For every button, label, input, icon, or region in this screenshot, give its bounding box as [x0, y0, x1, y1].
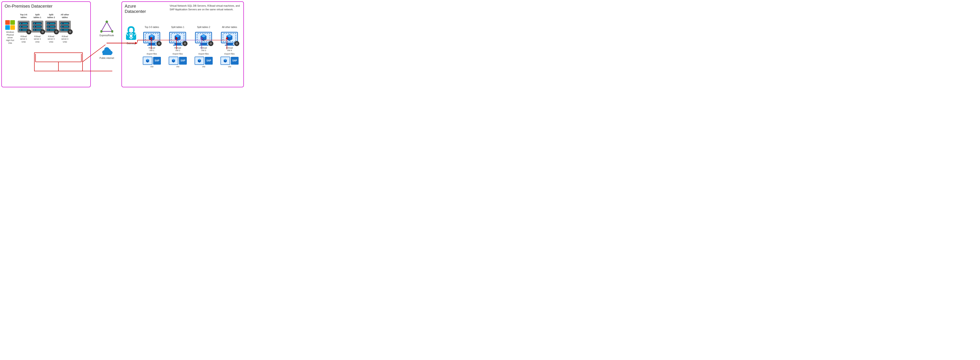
sap-badge-1: SAP [153, 57, 161, 65]
disk-icon-4 [234, 41, 239, 46]
vhd-label-1: VHD [21, 41, 25, 43]
public-internet-label: Public internet [99, 57, 114, 59]
export-label-1: Export files [147, 53, 157, 55]
vm-group-4: All other tables [218, 25, 242, 68]
svg-point-8 [104, 47, 109, 52]
server-label-2: Splittables 1 [33, 13, 41, 20]
sap-vm-4: SAP [221, 57, 239, 65]
svg-rect-7 [103, 52, 111, 55]
sap-badge-4: SAP [231, 57, 239, 65]
export-label-3: Export files [199, 53, 209, 55]
vm-group-1: Top 3-5 tables [140, 25, 164, 68]
r3load-vm-2: R3loadVM 2 [174, 47, 181, 52]
vm-label-2: VM [176, 65, 180, 68]
r3load-vm-1: R3loadVM 1 [148, 47, 155, 52]
svg-point-2 [111, 30, 113, 33]
gateway-label: Gateway [127, 42, 135, 45]
server-item-2: Splittables 1 [31, 13, 43, 43]
onprem-panel: On-Premises Datacenter WindowsPhysicalse… [2, 2, 91, 87]
monitor-3 [195, 32, 212, 46]
sap-vm-3: SAP [194, 57, 213, 65]
r3load-vm-3: R3loadVM 3 [200, 47, 207, 52]
azure-note: Virtual Network SQL DB Servers, R3load v… [170, 4, 241, 11]
export-label-2: Export files [173, 53, 183, 55]
gateway-section: Gateway [124, 25, 138, 45]
export-label-4: Export files [224, 53, 235, 55]
disk-icon-2 [183, 41, 188, 46]
vm-group-title-4: All other tables [222, 25, 237, 31]
gateway-icon [125, 25, 137, 41]
monitor-1 [143, 32, 161, 46]
vm-group-3: Split tables 2 [192, 25, 216, 68]
server-item-1: Top 3-5tables [18, 13, 30, 43]
disk-icon-1 [156, 41, 162, 46]
cloud-icon [100, 46, 113, 56]
sap-vm-2: SAP [169, 57, 187, 65]
vm-label-4: VM [228, 65, 231, 68]
sap-badge-3: SAP [205, 57, 213, 65]
svg-marker-0 [101, 22, 112, 31]
sap-vm-1: SAP [143, 57, 161, 65]
r3load-server-label-1: R3loadserver 1 [20, 35, 27, 40]
server-label-3: Splittables 2 [47, 13, 55, 20]
vhd-label-2: VHD [35, 41, 40, 43]
server-label-1: Top 3-5tables [20, 13, 27, 20]
vm-group-title-2: Split tables 1 [171, 25, 184, 31]
vhd-disk-4 [68, 29, 73, 34]
expressroute-icon [100, 21, 113, 33]
r3load-server-label-2: R3loadserver 2 [34, 35, 41, 40]
svg-rect-11 [130, 36, 132, 38]
vm-group-title-3: Split tables 2 [197, 25, 210, 31]
vhd-disk-1 [26, 29, 32, 34]
vm-group-2: Split tables 1 [166, 25, 190, 68]
expressroute: ExpressRoute [100, 21, 114, 37]
server-item-4: All othertables [59, 13, 71, 43]
vhd-label-4: VHD [62, 41, 67, 43]
monitor-2 [169, 32, 186, 46]
server-item-3: Splittables 2 [45, 13, 57, 43]
azure-panel: AzureDatacenter Virtual Network SQL DB S… [121, 2, 244, 87]
expressroute-label: ExpressRoute [100, 34, 114, 37]
r3load-server-label-3: R3loadserver 3 [48, 35, 55, 40]
monitor-4 [221, 32, 239, 46]
vhd-disk-3 [54, 29, 59, 34]
disk-icon-3 [208, 41, 213, 46]
onprem-title: On-Premises Datacenter [2, 2, 90, 9]
svg-point-1 [106, 21, 108, 23]
r3load-server-label-4: R3loadserver 4 [61, 35, 68, 40]
vm-label-1: VM [150, 65, 154, 68]
vhd-label-3: VHD [49, 41, 53, 43]
windows-logo-icon [5, 20, 15, 30]
vm-label-3: VM [202, 65, 205, 68]
r3load-vm-4: R3loadVM 4 [226, 47, 233, 52]
server-label-4: All othertables [61, 13, 69, 20]
vm-group-title-1: Top 3-5 tables [145, 25, 159, 31]
vhd-disk-2 [40, 29, 45, 34]
sap-badge-2: SAP [179, 57, 187, 65]
svg-point-3 [100, 30, 102, 33]
middle-section: ExpressRoute Public internet [93, 2, 121, 87]
windows-label: WindowsPhysicalserverHigh PortVMs [6, 31, 14, 45]
public-internet: Public internet [99, 46, 114, 59]
windows-physical-server: WindowsPhysicalserverHigh PortVMs [4, 20, 16, 45]
